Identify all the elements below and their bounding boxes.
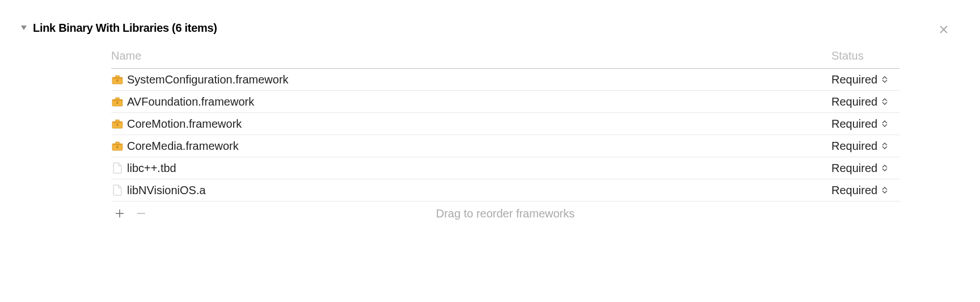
table-row[interactable]: SystemConfiguration.frameworkRequired [111,69,899,91]
footer-hint: Drag to reorder frameworks [111,207,899,220]
status-stepper-icon[interactable] [882,120,888,127]
table-row[interactable]: libc++.tbdRequired [111,157,899,179]
row-name-cell: AVFoundation.framework [111,95,831,108]
svg-rect-13 [116,120,120,122]
row-status-cell[interactable]: Required [831,140,899,153]
row-status-cell[interactable]: Required [831,95,899,108]
row-status-cell[interactable]: Required [831,184,899,197]
row-name-cell: libNVisioniOS.a [111,184,831,197]
status-stepper-icon[interactable] [882,187,888,194]
library-name: libNVisioniOS.a [127,184,206,197]
row-name-cell: SystemConfiguration.framework [111,73,831,86]
status-stepper-icon[interactable] [882,165,888,171]
svg-rect-18 [117,146,119,148]
status-stepper-icon[interactable] [882,76,888,83]
status-stepper-icon[interactable] [882,142,888,149]
svg-rect-17 [116,142,120,144]
section-title: Link Binary With Libraries (6 items) [33,22,217,35]
library-name: SystemConfiguration.framework [127,73,289,86]
table-header: Name Status [111,49,899,68]
column-header-name[interactable]: Name [111,49,831,62]
file-icon [111,184,124,196]
status-value: Required [831,118,877,131]
library-name: AVFoundation.framework [127,95,254,108]
table-footer: Drag to reorder frameworks [111,202,899,225]
svg-rect-14 [117,124,119,126]
library-name: CoreMedia.framework [127,140,239,153]
row-status-cell[interactable]: Required [831,73,899,86]
svg-marker-0 [21,26,27,30]
remove-button[interactable] [135,207,147,220]
libraries-table: Name Status SystemConfiguration.framewor… [111,49,899,225]
file-icon [111,162,124,174]
add-button[interactable] [113,207,126,220]
table-row[interactable]: CoreMotion.frameworkRequired [111,113,899,135]
svg-rect-9 [116,98,120,100]
row-name-cell: libc++.tbd [111,162,831,175]
library-name: CoreMotion.framework [127,118,242,131]
table-row[interactable]: CoreMedia.frameworkRequired [111,135,899,157]
svg-rect-6 [117,79,119,82]
row-status-cell[interactable]: Required [831,162,899,175]
status-stepper-icon[interactable] [882,98,888,105]
status-value: Required [831,140,877,153]
library-name: libc++.tbd [127,162,176,175]
framework-icon [111,97,124,107]
framework-icon [111,141,124,151]
row-name-cell: CoreMotion.framework [111,118,831,131]
framework-icon [111,74,124,85]
table-row[interactable]: libNVisioniOS.aRequired [111,179,899,202]
svg-rect-5 [116,76,120,78]
status-value: Required [831,184,877,197]
row-status-cell[interactable]: Required [831,118,899,131]
framework-icon [111,119,124,129]
disclosure-triangle-icon[interactable] [20,24,27,32]
status-value: Required [831,162,877,175]
status-value: Required [831,73,877,86]
table-row[interactable]: AVFoundation.frameworkRequired [111,91,899,113]
svg-rect-10 [117,102,119,104]
close-icon[interactable] [939,24,948,36]
row-name-cell: CoreMedia.framework [111,140,831,153]
column-header-status[interactable]: Status [831,49,899,62]
section-header: Link Binary With Libraries (6 items) [20,22,960,35]
status-value: Required [831,95,877,108]
